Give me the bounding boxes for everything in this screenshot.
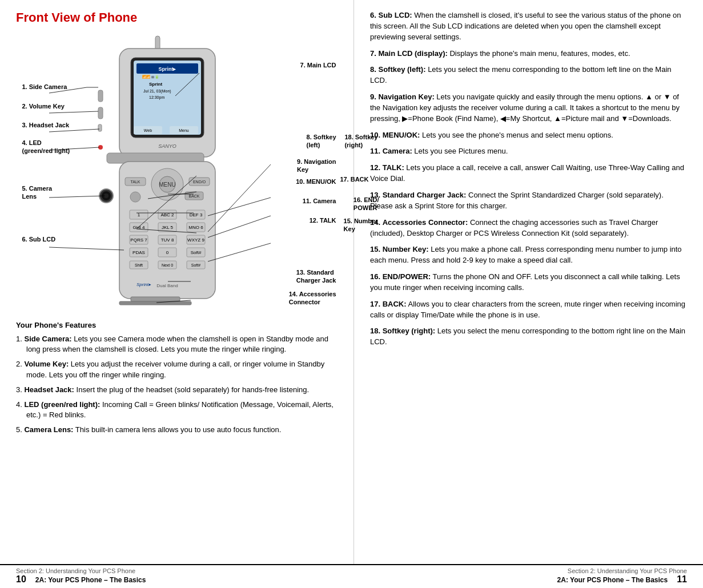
label-8: 8. Softkey(left) bbox=[307, 133, 336, 150]
svg-text:PDAS: PDAS bbox=[132, 250, 145, 255]
footer-right: Section 2: Understanding Your PCS Phone … bbox=[557, 567, 687, 585]
phone-diagram: Sprint▸ 📶📶 ⊞ 🔋 Sprint Jul 21, 03(Mon) 12… bbox=[19, 33, 339, 313]
label-11: 11. Camera bbox=[303, 198, 336, 204]
svg-text:WXYZ 9: WXYZ 9 bbox=[187, 237, 204, 243]
label-1: 1. Side Camera bbox=[22, 83, 67, 90]
list-item: 12. TALK: Lets you place a call, receive… bbox=[370, 163, 687, 184]
svg-line-75 bbox=[49, 129, 99, 132]
svg-text:12:30pm: 12:30pm bbox=[149, 95, 164, 100]
phone-diagram-svg: Sprint▸ 📶📶 ⊞ 🔋 Sprint Jul 21, 03(Mon) 12… bbox=[19, 33, 339, 313]
page-wrapper: Front View of Phone bbox=[0, 0, 703, 588]
features-list: 1. Side Camera: Lets you see Camera mode… bbox=[16, 334, 342, 436]
footer-left-chapter: 2A: Your PCS Phone – The Basics bbox=[35, 576, 146, 584]
label-16: 16. END/POWER bbox=[353, 196, 379, 212]
list-item: 15. Number Key: Lets you make a phone ca… bbox=[370, 244, 687, 266]
label-3: 3. Headset Jack bbox=[22, 122, 70, 128]
svg-text:END/O: END/O bbox=[192, 180, 206, 184]
svg-text:Shift: Shift bbox=[134, 263, 142, 267]
svg-line-90 bbox=[208, 164, 271, 232]
left-column: Front View of Phone bbox=[0, 0, 354, 565]
label-7: 7. Main LCD bbox=[300, 62, 336, 69]
label-12: 12. TALK bbox=[310, 217, 336, 224]
list-item: 9. Navigation Key: Lets you navigate qui… bbox=[370, 92, 687, 124]
svg-text:TUV 8: TUV 8 bbox=[160, 237, 174, 243]
svg-line-74 bbox=[49, 111, 98, 113]
svg-text:Next 0: Next 0 bbox=[161, 263, 172, 267]
svg-text:TALK: TALK bbox=[130, 180, 140, 184]
list-item: 14. Accessories Connector: Connect the c… bbox=[370, 218, 687, 239]
svg-text:Menu: Menu bbox=[179, 128, 189, 132]
svg-line-88 bbox=[208, 216, 271, 237]
list-item: 11. Camera: Lets you see Pictures menu. bbox=[370, 146, 687, 157]
list-item: 18. Softkey (right): Lets you select the… bbox=[370, 326, 687, 348]
footer-right-chapter: 2A: Your PCS Phone – The Basics bbox=[557, 576, 668, 584]
svg-line-87 bbox=[208, 243, 271, 261]
svg-line-77 bbox=[49, 196, 105, 198]
label-9: 9. NavigationKey bbox=[297, 158, 336, 174]
list-item: 16. END/POWER: Turns the phone ON and OF… bbox=[370, 272, 687, 293]
list-item: 8. Softkey (left): Lets you select the m… bbox=[370, 65, 687, 86]
list-item: 1. Side Camera: Lets you see Camera mode… bbox=[16, 334, 342, 355]
svg-text:MNO 6: MNO 6 bbox=[188, 225, 203, 230]
svg-point-24 bbox=[130, 192, 140, 202]
svg-line-78 bbox=[49, 247, 124, 250]
svg-rect-71 bbox=[119, 301, 191, 305]
list-item: 6. Sub LCD: When the clamshell is closed… bbox=[370, 10, 687, 43]
label-2: 2. Volume Key bbox=[22, 103, 65, 110]
footer: Section 2: Understanding Your PCS Phone … bbox=[0, 564, 703, 588]
svg-text:Soft#: Soft# bbox=[190, 250, 201, 255]
footer-left: Section 2: Understanding Your PCS Phone … bbox=[16, 567, 146, 585]
svg-rect-64 bbox=[98, 107, 103, 119]
columns-area: Front View of Phone bbox=[0, 0, 703, 565]
label-6: 6. Sub LCD bbox=[22, 236, 56, 243]
list-item: 3. Headset Jack: Insert the plug of the … bbox=[16, 385, 342, 395]
list-item: 17. BACK: Allows you to clear characters… bbox=[370, 299, 687, 321]
svg-text:Dual Band: Dual Band bbox=[156, 283, 178, 288]
svg-rect-65 bbox=[98, 124, 102, 131]
list-item: 2. Volume Key: Lets you adjust the recei… bbox=[16, 359, 342, 380]
svg-text:Sprint▸: Sprint▸ bbox=[136, 282, 151, 287]
svg-text:MENU: MENU bbox=[159, 182, 175, 188]
label-17: 17. BACK bbox=[340, 176, 368, 183]
svg-line-89 bbox=[208, 198, 271, 216]
right-column: 6. Sub LCD: When the clamshell is closed… bbox=[354, 0, 703, 565]
footer-left-section: Section 2: Understanding Your PCS Phone bbox=[16, 567, 146, 574]
features-title: Your Phone's Features bbox=[16, 321, 342, 329]
svg-text:Sprint: Sprint bbox=[149, 82, 162, 87]
label-13: 13. StandardCharger Jack bbox=[296, 268, 336, 285]
label-4: 4. LED(green/red light) bbox=[22, 139, 70, 155]
footer-right-section: Section 2: Understanding Your PCS Phone bbox=[557, 567, 687, 574]
svg-text:0: 0 bbox=[166, 250, 168, 255]
svg-text:Jul 21, 03(Mon): Jul 21, 03(Mon) bbox=[143, 89, 171, 94]
page-title: Front View of Phone bbox=[16, 10, 342, 25]
footer-left-page: 10 bbox=[16, 574, 26, 585]
label-14: 14. AccessoriesConnector bbox=[289, 290, 336, 307]
svg-text:Sprint▸: Sprint▸ bbox=[158, 66, 176, 72]
svg-text:PQRS 7: PQRS 7 bbox=[130, 237, 147, 243]
label-5: 5. CameraLens bbox=[22, 184, 53, 201]
svg-text:BACK: BACK bbox=[188, 194, 199, 198]
list-item: 10. MENU/OK: Lets you see the phone's me… bbox=[370, 130, 687, 141]
list-item: 13. Standard Charger Jack: Connect the S… bbox=[370, 190, 687, 212]
list-item: 7. Main LCD (display): Displays the phon… bbox=[370, 49, 687, 59]
svg-text:Soft#: Soft# bbox=[191, 263, 200, 267]
label-10: 10. MENU/OK bbox=[296, 178, 336, 185]
list-item: 5. Camera Lens: This built-in camera len… bbox=[16, 425, 342, 435]
footer-right-page: 11 bbox=[677, 574, 687, 585]
svg-rect-63 bbox=[98, 90, 103, 102]
svg-rect-70 bbox=[131, 297, 180, 301]
svg-text:JKL 5: JKL 5 bbox=[161, 225, 173, 230]
label-18: 18. Softkey(right) bbox=[344, 133, 377, 150]
label-15: 15. NumberKey bbox=[344, 217, 378, 233]
svg-text:📶📶 ⊞ 🔋: 📶📶 ⊞ 🔋 bbox=[142, 75, 159, 79]
svg-text:Web: Web bbox=[143, 128, 151, 132]
right-items-list: 6. Sub LCD: When the clamshell is closed… bbox=[370, 10, 687, 348]
svg-text:SANYO: SANYO bbox=[158, 143, 176, 149]
list-item: 4. LED (green/red light): Incoming Call … bbox=[16, 400, 342, 420]
